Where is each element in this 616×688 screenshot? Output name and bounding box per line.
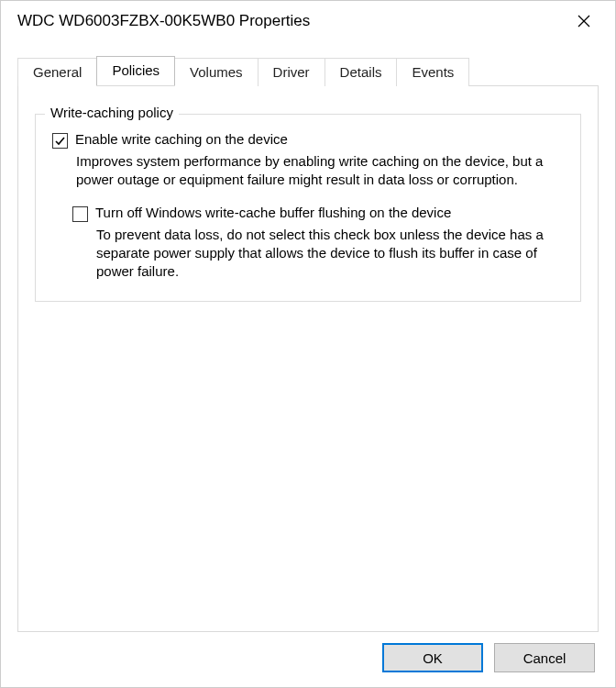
flush-off-option: Turn off Windows write-cache buffer flus…: [72, 205, 564, 222]
tab-label: Policies: [112, 62, 160, 78]
flush-off-subgroup: Turn off Windows write-cache buffer flus…: [72, 205, 564, 282]
tab-details[interactable]: Details: [324, 58, 398, 86]
ok-button[interactable]: OK: [382, 643, 483, 672]
close-icon: [578, 15, 590, 28]
titlebar: WDC WD6003FZBX-00K5WB0 Properties: [1, 1, 615, 39]
flush-off-label: Turn off Windows write-cache buffer flus…: [95, 205, 451, 220]
group-title: Write-caching policy: [45, 105, 179, 120]
enable-write-caching-label: Enable write caching on the device: [75, 131, 288, 147]
tabs-container: General Policies Volumes Driver Details …: [1, 39, 615, 632]
enable-write-caching-checkbox[interactable]: [52, 133, 68, 149]
tab-policies[interactable]: Policies: [96, 56, 175, 85]
tab-label: Details: [340, 64, 382, 80]
tab-general[interactable]: General: [17, 58, 97, 86]
tab-label: Driver: [273, 64, 310, 80]
window-title: WDC WD6003FZBX-00K5WB0 Properties: [17, 12, 310, 30]
flush-off-desc: To prevent data loss, do not select this…: [96, 226, 564, 282]
tab-label: Events: [412, 64, 454, 80]
write-caching-group: Write-caching policy Enable write cachin…: [35, 114, 581, 302]
enable-write-caching-option: Enable write caching on the device: [52, 131, 564, 149]
tab-strip: General Policies Volumes Driver Details …: [17, 56, 599, 85]
checkmark-icon: [54, 135, 66, 147]
dialog-footer: OK Cancel: [1, 632, 615, 687]
tab-label: General: [33, 64, 82, 80]
tab-events[interactable]: Events: [396, 58, 469, 86]
tab-volumes[interactable]: Volumes: [174, 58, 258, 86]
close-button[interactable]: [566, 8, 602, 34]
button-label: OK: [423, 650, 443, 666]
tab-driver[interactable]: Driver: [258, 58, 325, 86]
enable-write-caching-desc: Improves system performance by enabling …: [76, 152, 564, 190]
tab-label: Volumes: [190, 64, 243, 80]
cancel-button[interactable]: Cancel: [494, 643, 595, 672]
button-label: Cancel: [523, 650, 566, 666]
properties-dialog: WDC WD6003FZBX-00K5WB0 Properties Genera…: [0, 0, 616, 688]
flush-off-checkbox[interactable]: [72, 206, 88, 222]
tab-panel-policies: Write-caching policy Enable write cachin…: [17, 85, 599, 632]
